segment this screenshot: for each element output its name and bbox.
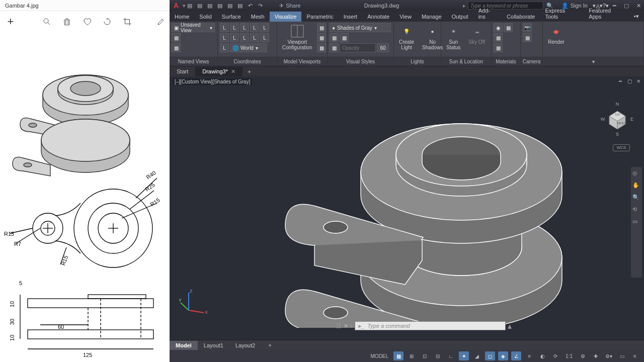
render-button[interactable]: 🫖Render [545,23,568,46]
wcs-badge[interactable]: WCS [613,144,630,151]
redo-icon[interactable]: ↷ [256,2,264,10]
panel-title[interactable]: Lights [394,57,441,66]
viewport-config-button[interactable]: Viewport Configuration [279,23,315,51]
mat1-icon[interactable]: ◉ [494,23,503,32]
workspace-icon[interactable]: ⚙▾ [604,351,614,360]
view-manager-icon[interactable]: ▦ [172,43,181,52]
ucs6-icon[interactable]: L [220,33,229,42]
cam2-icon[interactable]: ▦ [523,33,532,42]
app-logo-icon[interactable]: A [174,2,179,10]
ucs10-icon[interactable]: L [260,33,269,42]
tab-annotate[interactable]: Annotate [362,12,394,22]
undo-icon[interactable]: ↶ [246,2,254,10]
tab-drawing3[interactable]: Drawing3*✕ [195,67,243,76]
ucs5-icon[interactable]: L [260,23,269,32]
new-icon[interactable]: ▤ [186,2,194,10]
tab-insert[interactable]: Insert [339,12,363,22]
snap-icon[interactable]: ⊞ [407,351,417,360]
status-scale[interactable]: 1:1 [564,353,575,359]
3dosnap-icon[interactable]: ◈ [498,351,508,360]
cycling-icon[interactable]: ⟳ [550,351,560,360]
cmd-close-icon[interactable]: ✕ [344,323,348,329]
ortho-icon[interactable]: ∟ [446,351,456,360]
cmd-up-icon[interactable]: ▴ [508,321,512,331]
new-tab-button[interactable]: ＋ [243,68,256,75]
world-dropdown[interactable]: 🌐World▾ [230,43,267,52]
unsaved-view-dropdown[interactable]: ▣Unsaved View▾ [172,23,215,32]
vp2-icon[interactable]: ▦ [317,33,326,42]
tab-home[interactable]: Home [170,12,194,22]
opacity-field[interactable]: Opacity [340,43,376,52]
vs1-icon[interactable]: ▦ [330,33,339,42]
ucs11-icon[interactable]: L [220,43,229,52]
ucs-icon[interactable]: L [220,23,229,32]
mat3-icon[interactable]: ▦ [494,33,503,42]
layout-model[interactable]: Model [170,341,198,350]
cmd-chevron-icon[interactable]: › [350,321,353,330]
ucs8-icon[interactable]: L [240,33,249,42]
layout-1[interactable]: Layout1 [198,341,229,350]
tab-visualize[interactable]: Visualize [270,12,302,22]
heart-icon[interactable] [83,17,92,26]
tab-start[interactable]: Start [170,67,195,76]
orbit-icon[interactable]: ⟲ [632,206,640,214]
layout-add-button[interactable]: ＋ [261,340,279,350]
create-light-button[interactable]: 💡Create Light [396,23,417,51]
gear-icon[interactable]: ⚙ [578,351,588,360]
new-view-icon[interactable]: ▦ [172,33,181,42]
plot-icon[interactable]: ▤ [236,2,244,10]
vs2-icon[interactable]: ▦ [340,33,349,42]
polar-icon[interactable]: ✦ [459,351,469,360]
panel-title[interactable]: Materials [492,57,520,66]
panel-title[interactable]: Coordinates [218,57,277,66]
dynamic-icon[interactable]: ⊟ [433,351,443,360]
cam1-icon[interactable]: 📷 [523,23,532,32]
ucs4-icon[interactable]: L [250,23,259,32]
grid-icon[interactable]: ▦ [393,351,404,360]
tab-view[interactable]: View [394,12,417,22]
vs3-icon[interactable]: ▦ [330,43,339,52]
rotate-icon[interactable] [103,17,112,26]
vp-close-icon[interactable]: ✕ [635,77,642,84]
ucs7-icon[interactable]: L [230,33,239,42]
visual-style-dropdown[interactable]: ●Shades of Gray▾ [330,23,391,32]
close-button[interactable]: ✕ [633,2,644,10]
tab-manage[interactable]: Manage [417,12,447,22]
infer-icon[interactable]: ⊡ [420,351,430,360]
customize-icon[interactable]: ≡ [630,351,640,360]
pan-icon[interactable]: ✋ [632,182,640,190]
saveas-icon[interactable]: ▤ [216,2,224,10]
monitor-icon[interactable]: ▭ [617,351,627,360]
status-model[interactable]: MODEL [369,353,391,359]
edit-icon[interactable] [156,17,166,26]
vp-minimize-icon[interactable]: ━ [617,77,624,84]
zoom-extents-icon[interactable]: 🔍 [632,194,640,202]
sky-off-button[interactable]: ☁Sky Off [465,23,488,46]
ucs2-icon[interactable]: L [230,23,239,32]
iso-icon[interactable]: ◢ [472,351,482,360]
tab-parametric[interactable]: Parametric [301,12,338,22]
transparency-icon[interactable]: ◐ [537,351,547,360]
zoom-icon[interactable] [42,17,51,26]
otrack-icon[interactable]: ∠ [511,351,521,360]
showmotion-icon[interactable]: ▭ [632,218,640,226]
tab-mesh[interactable]: Mesh [246,12,270,22]
tab-expresstools[interactable]: Express Tools [540,6,584,22]
fullnav-icon[interactable]: ◎ [632,170,640,178]
tab-featuredapps[interactable]: Featured Apps [584,6,629,22]
vp1-icon[interactable]: ▦ [317,23,326,32]
lweight-icon[interactable]: ≡ [524,351,534,360]
add-button[interactable]: + [4,15,17,28]
tab-collaborate[interactable]: Collaborate [502,12,540,22]
sun-status-button[interactable]: ☀Sun Status [443,23,463,51]
panel-title[interactable]: Sun & Location [441,57,491,66]
viewport[interactable]: [–][Custom View][Shades of Gray] ━ ▢ ✕ T… [170,76,644,340]
command-input[interactable]: ▸_Type a command [355,321,506,330]
tab-output[interactable]: Output [447,12,473,22]
mat2-icon[interactable]: ▦ [504,23,513,32]
vp-maximize-icon[interactable]: ▢ [626,77,633,84]
crop-icon[interactable] [123,17,132,26]
opacity-value[interactable]: 60 [377,43,389,52]
web-icon[interactable]: ▤ [226,2,234,10]
share-button[interactable]: ✈ Share [279,3,300,9]
